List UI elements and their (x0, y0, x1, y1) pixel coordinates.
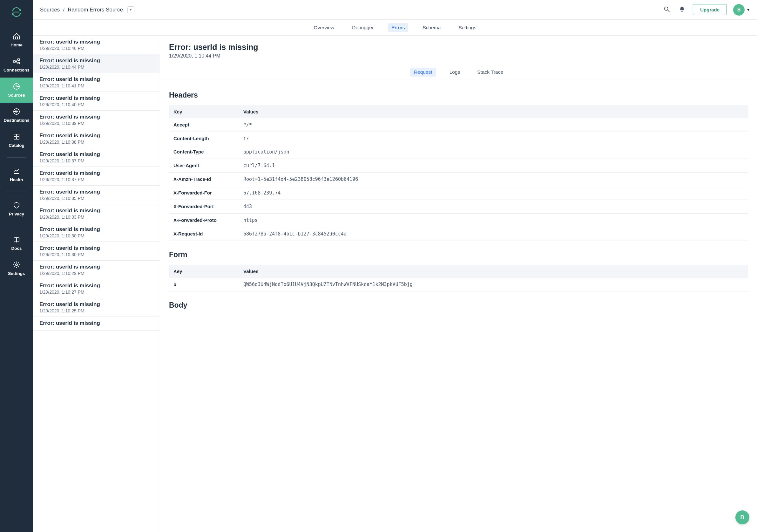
error-list-item[interactable]: Error: userId is missing1/29/2020, 1:10:… (33, 204, 160, 223)
error-list-item[interactable]: Error: userId is missing1/29/2020, 1:10:… (33, 148, 160, 167)
avatar: S (733, 4, 744, 16)
sidebar-item-label: Privacy (9, 212, 24, 216)
svg-rect-5 (18, 62, 19, 64)
error-list-item[interactable]: Error: userId is missing1/29/2020, 1:10:… (33, 129, 160, 148)
error-list-item[interactable]: Error: userId is missing1/29/2020, 1:10:… (33, 54, 160, 73)
error-item-title: Error: userId is missing (39, 114, 153, 120)
sidebar-item-health[interactable]: Health (0, 162, 33, 187)
sidebar-item-sources[interactable]: Sources (0, 78, 33, 103)
detail-tab-request[interactable]: Request (410, 68, 436, 77)
error-item-title: Error: userId is missing (39, 76, 153, 83)
header-value: 17 (239, 132, 748, 145)
error-list-item[interactable]: Error: userId is missing1/29/2020, 1:10:… (33, 242, 160, 261)
tab-overview[interactable]: Overview (311, 23, 338, 32)
detail-tab-logs[interactable]: Logs (446, 68, 464, 77)
content: Error: userId is missing1/29/2020, 1:10:… (33, 36, 757, 532)
logo[interactable] (0, 0, 33, 27)
segment-logo-icon (11, 6, 22, 18)
sidebar-item-catalog[interactable]: Catalog (0, 128, 33, 153)
svg-point-12 (15, 264, 17, 266)
error-list-item[interactable]: Error: userId is missing1/29/2020, 1:10:… (33, 186, 160, 204)
search-button[interactable] (662, 5, 671, 14)
user-menu[interactable]: S ▼ (733, 4, 750, 16)
breadcrumb-root[interactable]: Sources (40, 7, 60, 13)
sidebar-item-label: Docs (11, 246, 22, 251)
connections-icon (13, 57, 20, 65)
error-item-timestamp: 1/29/2020, 1:10:41 PM (39, 83, 153, 88)
header-key: X-Forwarded-Proto (169, 214, 239, 227)
error-list-item[interactable]: Error: userId is missing1/29/2020, 1:10:… (33, 110, 160, 129)
sidebar-item-settings[interactable]: Settings (0, 256, 33, 281)
tab-settings[interactable]: Settings (455, 23, 479, 32)
sidebar-item-docs[interactable]: Docs (0, 231, 33, 256)
form-section-title: Form (169, 250, 748, 259)
header-key: X-Forwarded-For (169, 186, 239, 200)
sidebar-item-destinations[interactable]: Destinations (0, 103, 33, 128)
error-list-item[interactable]: Error: userId is missing1/29/2020, 1:10:… (33, 73, 160, 92)
error-list-item[interactable]: Error: userId is missing1/29/2020, 1:10:… (33, 279, 160, 298)
tab-errors[interactable]: Errors (388, 23, 408, 32)
table-row: Content-Length17 (169, 132, 748, 145)
svg-point-2 (13, 14, 13, 15)
detail-tab-stack-trace[interactable]: Stack Trace (473, 68, 507, 77)
sidebar-item-label: Connections (4, 68, 30, 73)
header-key: User-Agent (169, 159, 239, 172)
breadcrumb-current: Random Errors Source (68, 7, 123, 13)
nav-divider (7, 157, 26, 158)
header-value: */* (239, 118, 748, 132)
sidebar-item-label: Sources (8, 93, 25, 98)
table-row: X-Amzn-Trace-IdRoot=1-5e31f4d4-5e238058c… (169, 172, 748, 186)
header-value: 686f278a-24f8-4b1c-b127-3c8452d0cc4a (239, 227, 748, 241)
upgrade-button[interactable]: Upgrade (693, 4, 727, 15)
help-fab[interactable]: D (735, 510, 749, 524)
error-list-item[interactable]: Error: userId is missing1/29/2020, 1:10:… (33, 223, 160, 242)
form-table: Key Values bQW56d3U4WjNqdTo6U1U4VjN3QkpU… (169, 265, 748, 292)
th-values: Values (239, 265, 748, 278)
sidebar-item-home[interactable]: Home (0, 27, 33, 52)
destinations-icon (13, 108, 20, 115)
error-list-item[interactable]: Error: userId is missing1/29/2020, 1:10:… (33, 36, 160, 54)
error-item-title: Error: userId is missing (39, 245, 153, 251)
error-item-title: Error: userId is missing (39, 264, 153, 270)
error-item-timestamp: 1/29/2020, 1:10:30 PM (39, 252, 153, 257)
breadcrumb-separator: / (63, 7, 65, 13)
error-list-item[interactable]: Error: userId is missing1/29/2020, 1:10:… (33, 298, 160, 317)
table-row: User-Agentcurl/7.64.1 (169, 159, 748, 172)
header-value: https (239, 214, 748, 227)
error-list-item[interactable]: Error: userId is missing1/29/2020, 1:10:… (33, 167, 160, 186)
caret-down-icon: ▼ (746, 8, 750, 12)
headers-table: Key Values Accept*/*Content-Length17Cont… (169, 105, 748, 241)
sidebar-item-connections[interactable]: Connections (0, 52, 33, 78)
error-list-item[interactable]: Error: userId is missing1/29/2020, 1:10:… (33, 261, 160, 279)
sidebar-item-label: Destinations (4, 118, 29, 123)
header-key: Content-Type (169, 145, 239, 159)
form-value: QW56d3U4WjNqdTo6U1U4VjN3QkpUZTNvTnhWVFNU… (239, 278, 748, 292)
sidebar: Home Connections Sources Destinations (0, 0, 33, 532)
sources-icon (13, 83, 20, 90)
error-item-title: Error: userId is missing (39, 301, 153, 308)
svg-rect-3 (14, 61, 15, 62)
error-list[interactable]: Error: userId is missing1/29/2020, 1:10:… (33, 36, 160, 532)
header-value: 443 (239, 200, 748, 214)
svg-rect-11 (17, 137, 19, 139)
error-item-timestamp: 1/29/2020, 1:10:30 PM (39, 233, 153, 238)
sidebar-item-label: Home (11, 43, 22, 47)
gear-icon (13, 261, 20, 268)
error-list-item[interactable]: Error: userId is missing1/29/2020, 1:10:… (33, 92, 160, 110)
header-value: application/json (239, 145, 748, 159)
tab-schema[interactable]: Schema (420, 23, 444, 32)
tab-debugger[interactable]: Debugger (349, 23, 377, 32)
sidebar-item-privacy[interactable]: Privacy (0, 196, 33, 222)
error-item-timestamp: 1/29/2020, 1:10:44 PM (39, 65, 153, 70)
sidebar-item-label: Health (10, 177, 23, 182)
caret-down-icon: ▾ (130, 8, 132, 12)
error-list-item[interactable]: Error: userId is missing (33, 317, 160, 330)
health-icon (13, 167, 20, 175)
book-icon (13, 236, 20, 243)
table-row: Accept*/* (169, 118, 748, 132)
error-item-timestamp: 1/29/2020, 1:10:25 PM (39, 308, 153, 313)
source-dropdown-button[interactable]: ▾ (127, 6, 135, 13)
error-item-title: Error: userId is missing (39, 226, 153, 233)
notifications-button[interactable] (678, 5, 686, 14)
sidebar-item-label: Settings (8, 271, 25, 276)
